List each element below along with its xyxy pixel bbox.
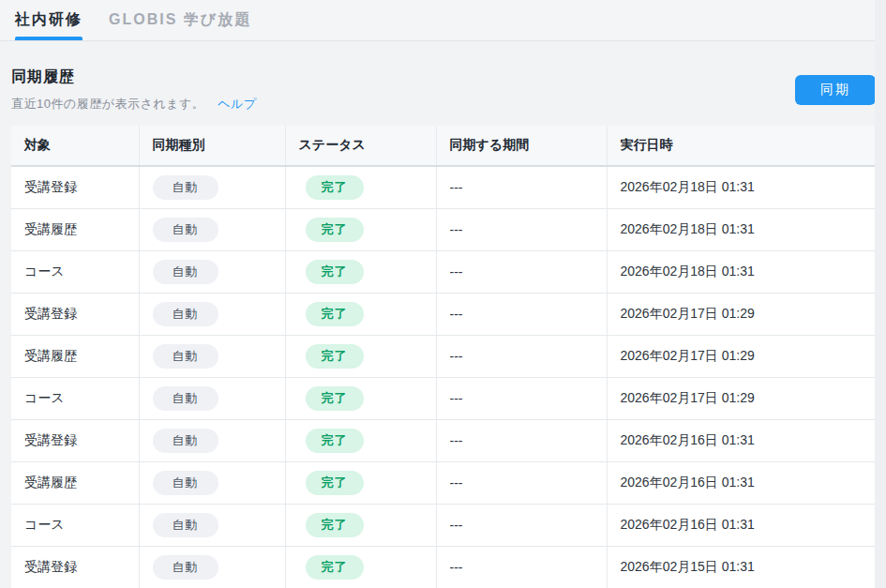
- sync-type-badge: 自動: [153, 344, 218, 369]
- status-badge: 完了: [306, 344, 364, 369]
- status-badge: 完了: [306, 471, 364, 495]
- executed-at-cell: 2026年02月15日 01:31: [607, 546, 875, 588]
- sync-type-badge: 自動: [153, 302, 218, 326]
- sync-type-cell: 自動: [139, 377, 285, 419]
- column-header-target: 対象: [11, 126, 139, 166]
- period-cell: ---: [436, 166, 607, 208]
- status-cell: 完了: [285, 208, 436, 250]
- section-title-block: 同期履歴 直近10件の履歴が表示されます。ヘルプ: [11, 68, 257, 113]
- sync-type-badge: 自動: [153, 260, 218, 284]
- subtitle-text: 直近10件の履歴が表示されます。: [11, 97, 204, 111]
- table-row: 受講登録自動完了---2026年02月18日 01:31: [11, 166, 875, 208]
- period-cell: ---: [436, 250, 607, 293]
- sync-type-cell: 自動: [139, 504, 285, 546]
- sync-type-cell: 自動: [139, 546, 285, 588]
- period-cell: ---: [436, 335, 607, 377]
- table-row: 受講履歴自動完了---2026年02月16日 01:31: [11, 461, 875, 504]
- sync-type-badge: 自動: [153, 386, 218, 411]
- section-header: 同期履歴 直近10件の履歴が表示されます。ヘルプ 同期: [0, 41, 886, 126]
- sync-type-badge: 自動: [153, 555, 218, 580]
- status-cell: 完了: [285, 461, 436, 504]
- status-cell: 完了: [285, 419, 436, 461]
- status-cell: 完了: [285, 166, 436, 208]
- status-cell: 完了: [285, 250, 436, 293]
- table-row: 受講登録自動完了---2026年02月15日 01:31: [11, 546, 875, 588]
- status-cell: 完了: [285, 546, 436, 588]
- sync-type-cell: 自動: [139, 166, 285, 208]
- status-badge: 完了: [306, 555, 364, 580]
- executed-at-cell: 2026年02月16日 01:31: [607, 461, 875, 504]
- tab-bar: 社内研修 GLOBIS 学び放題: [0, 0, 886, 41]
- target-cell: 受講履歴: [11, 461, 139, 504]
- help-link[interactable]: ヘルプ: [218, 97, 256, 111]
- target-cell: 受講登録: [11, 293, 139, 335]
- status-badge: 完了: [306, 429, 364, 453]
- executed-at-cell: 2026年02月17日 01:29: [607, 377, 875, 419]
- column-header-executed-at: 実行日時: [607, 126, 875, 166]
- sync-history-table: 対象 同期種別 ステータス 同期する期間 実行日時 受講登録自動完了---202…: [11, 126, 875, 588]
- period-cell: ---: [436, 419, 607, 461]
- target-cell: コース: [11, 250, 139, 293]
- status-badge: 完了: [306, 260, 364, 284]
- status-badge: 完了: [306, 218, 364, 242]
- executed-at-cell: 2026年02月18日 01:31: [607, 166, 875, 208]
- column-header-sync-period: 同期する期間: [436, 126, 607, 166]
- tab-internal-training[interactable]: 社内研修: [15, 0, 83, 40]
- executed-at-cell: 2026年02月18日 01:31: [607, 208, 875, 250]
- period-cell: ---: [436, 293, 607, 335]
- target-cell: 受講履歴: [11, 208, 139, 250]
- executed-at-cell: 2026年02月17日 01:29: [607, 335, 875, 377]
- app-window: 社内研修 GLOBIS 学び放題 同期履歴 直近10件の履歴が表示されます。ヘル…: [0, 0, 886, 588]
- sync-type-badge: 自動: [153, 513, 218, 537]
- sync-type-cell: 自動: [139, 293, 285, 335]
- sync-type-cell: 自動: [139, 419, 285, 461]
- executed-at-cell: 2026年02月18日 01:31: [607, 250, 875, 293]
- period-cell: ---: [436, 504, 607, 546]
- target-cell: 受講履歴: [11, 335, 139, 377]
- page-title: 同期履歴: [11, 68, 257, 87]
- sync-type-badge: 自動: [153, 429, 218, 453]
- status-cell: 完了: [285, 293, 436, 335]
- target-cell: コース: [11, 377, 139, 419]
- status-badge: 完了: [306, 513, 364, 537]
- executed-at-cell: 2026年02月16日 01:31: [607, 419, 875, 461]
- scrollbar-track: [875, 0, 886, 588]
- table-row: コース自動完了---2026年02月16日 01:31: [11, 504, 875, 546]
- executed-at-cell: 2026年02月17日 01:29: [607, 293, 875, 335]
- target-cell: 受講登録: [11, 546, 139, 588]
- table-row: 受講登録自動完了---2026年02月16日 01:31: [11, 419, 875, 461]
- tab-globis-manabihodai[interactable]: GLOBIS 学び放題: [109, 0, 251, 40]
- target-cell: コース: [11, 504, 139, 546]
- table-row: 受講履歴自動完了---2026年02月17日 01:29: [11, 335, 875, 377]
- table-row: 受講履歴自動完了---2026年02月18日 01:31: [11, 208, 875, 250]
- sync-type-cell: 自動: [139, 335, 285, 377]
- status-cell: 完了: [285, 504, 436, 546]
- sync-type-cell: 自動: [139, 461, 285, 504]
- column-header-status: ステータス: [285, 126, 436, 166]
- section-subtitle: 直近10件の履歴が表示されます。ヘルプ: [11, 96, 257, 113]
- status-badge: 完了: [306, 386, 364, 411]
- target-cell: 受講登録: [11, 419, 139, 461]
- status-cell: 完了: [285, 335, 436, 377]
- sync-type-cell: 自動: [139, 250, 285, 293]
- column-header-sync-type: 同期種別: [139, 126, 285, 166]
- period-cell: ---: [436, 461, 607, 504]
- sync-type-badge: 自動: [153, 471, 218, 495]
- sync-button[interactable]: 同期: [795, 75, 876, 105]
- sync-type-badge: 自動: [153, 218, 218, 242]
- target-cell: 受講登録: [11, 166, 139, 208]
- status-badge: 完了: [306, 302, 364, 326]
- period-cell: ---: [436, 208, 607, 250]
- status-badge: 完了: [306, 175, 364, 200]
- table-row: 受講登録自動完了---2026年02月17日 01:29: [11, 293, 875, 335]
- table-header-row: 対象 同期種別 ステータス 同期する期間 実行日時: [11, 126, 875, 166]
- period-cell: ---: [436, 546, 607, 588]
- sync-type-badge: 自動: [153, 175, 218, 200]
- status-cell: 完了: [285, 377, 436, 419]
- executed-at-cell: 2026年02月16日 01:31: [607, 504, 875, 546]
- table-row: コース自動完了---2026年02月17日 01:29: [11, 377, 875, 419]
- table-row: コース自動完了---2026年02月18日 01:31: [11, 250, 875, 293]
- sync-type-cell: 自動: [139, 208, 285, 250]
- period-cell: ---: [436, 377, 607, 419]
